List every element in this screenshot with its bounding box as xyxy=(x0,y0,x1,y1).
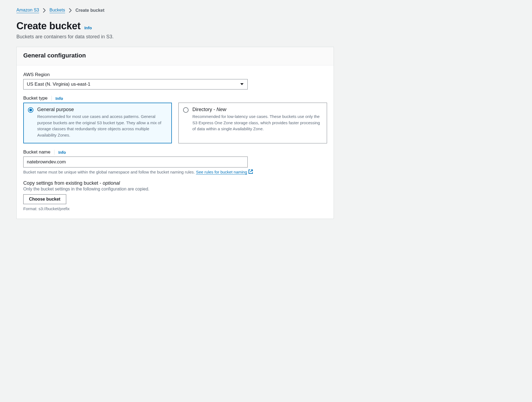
tile-description: Recommended for most use cases and acces… xyxy=(37,114,167,138)
region-label: AWS Region xyxy=(23,72,50,77)
chevron-right-icon xyxy=(43,8,46,13)
copy-settings-label: Copy settings from existing bucket - opt… xyxy=(23,180,327,186)
separator xyxy=(51,96,52,101)
copy-settings-description: Only the bucket settings in the followin… xyxy=(23,187,327,192)
region-select[interactable]: US East (N. Virginia) us-east-1 xyxy=(23,79,248,89)
bucket-name-label: Bucket name xyxy=(23,149,50,155)
page-title: Create bucket xyxy=(16,20,80,32)
tile-title: General purpose xyxy=(37,107,167,112)
breadcrumb-current: Create bucket xyxy=(76,8,105,13)
bucket-type-general-tile[interactable]: General purpose Recommended for most use… xyxy=(23,103,172,143)
tile-description: Recommended for low-latency use cases. T… xyxy=(192,114,322,132)
breadcrumb: Amazon S3 Buckets Create bucket xyxy=(16,8,334,13)
chevron-right-icon xyxy=(69,8,72,13)
bucket-name-info-link[interactable]: Info xyxy=(58,150,66,155)
bucket-name-group: Bucket name Info Bucket name must be uni… xyxy=(23,149,327,174)
general-configuration-panel: General configuration AWS Region US East… xyxy=(16,47,334,219)
bucket-type-directory-tile[interactable]: Directory - New Recommended for low-late… xyxy=(178,103,327,143)
panel-title: General configuration xyxy=(23,52,327,59)
bucket-name-input[interactable] xyxy=(23,157,248,167)
external-link-icon xyxy=(248,169,253,174)
bucket-type-info-link[interactable]: Info xyxy=(56,96,63,101)
choose-bucket-button[interactable]: Choose bucket xyxy=(23,194,66,204)
page-info-link[interactable]: Info xyxy=(84,25,92,30)
bucket-name-help: Bucket name must be unique within the gl… xyxy=(23,169,327,174)
bucket-type-group: Bucket type Info General purpose Recomme… xyxy=(23,96,327,143)
page-description: Buckets are containers for data stored i… xyxy=(16,34,334,40)
breadcrumb-root-link[interactable]: Amazon S3 xyxy=(16,8,39,13)
breadcrumb-buckets-link[interactable]: Buckets xyxy=(50,8,65,13)
tile-title: Directory - New xyxy=(192,107,322,112)
copy-settings-group: Copy settings from existing bucket - opt… xyxy=(23,180,327,211)
region-group: AWS Region US East (N. Virginia) us-east… xyxy=(23,72,327,89)
radio-icon xyxy=(28,107,33,113)
caret-down-icon xyxy=(240,83,244,86)
separator xyxy=(54,150,54,155)
bucket-naming-rules-link[interactable]: See rules for bucket naming xyxy=(196,170,247,175)
bucket-type-label: Bucket type xyxy=(23,96,48,101)
radio-icon xyxy=(183,107,189,113)
copy-settings-format: Format: s3://bucket/prefix xyxy=(23,206,327,211)
